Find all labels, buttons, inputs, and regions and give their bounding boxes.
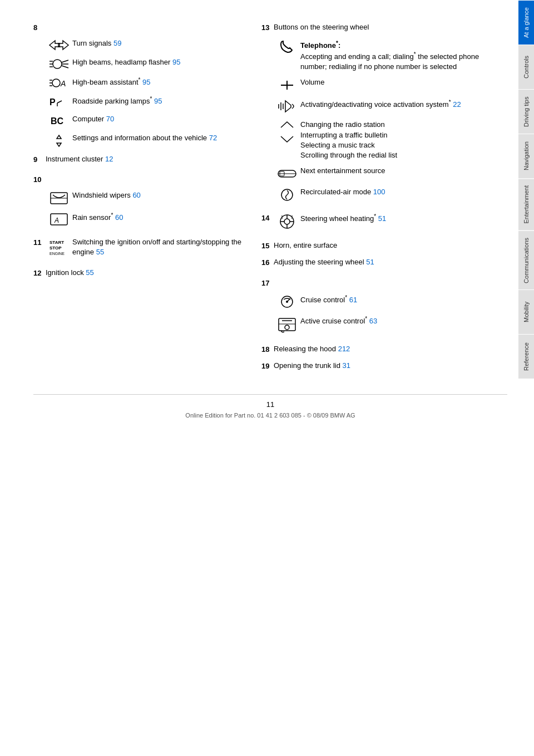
svg-marker-18 [57, 135, 61, 139]
item-13-entertainment: Next entertainment source [274, 166, 507, 181]
voice-activation-icon [274, 99, 300, 114]
item-12: 12 Ignition lock 55 [33, 268, 245, 278]
item-13-voice-activation: Activating/deactivating voice activation… [274, 99, 507, 114]
item-15: 15 Horn, entire surface [261, 240, 507, 251]
item-11-text: Switching the ignition on/off and starti… [72, 237, 245, 257]
item-number-14: 14 [261, 214, 274, 222]
item-13-telephone-text: Telephone*: Accepting and ending a call;… [300, 39, 507, 72]
item-13-heading: Buttons on the steering wheel [274, 22, 507, 32]
item-17-active-cruise: Active cruise control* 63 [274, 315, 507, 334]
item-16-text: Adjusting the steering wheel 51 [274, 257, 507, 267]
item-19-text: Opening the trunk lid 31 [274, 361, 507, 371]
item-8-high-beam-assistant-text: High-beam assistant* 95 [72, 76, 151, 88]
item-13-volume: Volume [274, 77, 507, 93]
parking-lamps-icon: P [46, 95, 72, 109]
item-8-high-beams-text: High beams, headlamp flasher 95 [72, 57, 180, 67]
page-number: 11 [33, 400, 507, 409]
item-17-active-cruise-text: Active cruise control* 63 [300, 315, 377, 327]
item-8-turn-signals-text: Turn signals 59 [72, 38, 121, 48]
item-13-header: 13 Buttons on the steering wheel [261, 22, 507, 32]
item-number-17: 17 [261, 279, 274, 287]
sidebar: At a glance Controls Driving tips Naviga… [518, 0, 534, 756]
item-16: 16 Adjusting the steering wheel 51 [261, 257, 507, 267]
page-footer: 11 Online Edition for Part no. 01 41 2 6… [33, 394, 507, 419]
item-13-entertainment-text: Next entertainment source [300, 166, 385, 176]
item-number-15: 15 [261, 242, 274, 250]
computer-icon: BC [46, 114, 72, 127]
sidebar-tab-communications[interactable]: Communications [518, 230, 534, 290]
active-cruise-control-icon [274, 315, 300, 334]
right-column: 13 Buttons on the steering wheel Telepho… [261, 22, 507, 377]
item-8-parking-lamps: P Roadside parking lamps* 95 [46, 95, 245, 109]
item-17-cruise-control: Cruise control* 61 [274, 294, 507, 310]
item-14: 14 Steeri [261, 213, 507, 230]
windshield-wipers-icon [46, 190, 72, 206]
svg-text:A: A [54, 217, 59, 224]
svg-line-15 [57, 101, 62, 103]
svg-text:BC: BC [51, 116, 64, 126]
radio-station-icon [274, 120, 300, 144]
svg-line-8 [62, 66, 68, 68]
sidebar-tab-at-a-glance[interactable]: At a glance [518, 0, 534, 45]
item-9: 9 Instrument cluster 12 [33, 154, 245, 164]
sidebar-tab-reference[interactable]: Reference [518, 334, 534, 379]
sidebar-tab-driving-tips[interactable]: Driving tips [518, 89, 534, 134]
item-number-13: 13 [261, 23, 274, 32]
item-12-text: Ignition lock 55 [46, 268, 245, 278]
item-8-high-beams: High beams, headlamp flasher 95 [46, 57, 245, 71]
svg-text:P: P [50, 97, 56, 107]
recirculated-air-icon [274, 187, 300, 203]
item-number-12: 12 [33, 269, 46, 277]
item-19: 19 Opening the trunk lid 31 [261, 361, 507, 371]
ignition-icon: START STOP ENGINE [46, 237, 72, 256]
item-number-10: 10 [33, 175, 46, 184]
svg-point-44 [286, 301, 288, 303]
item-number-9: 9 [33, 155, 46, 164]
svg-point-37 [284, 219, 290, 224]
page-container: 8 Turn signals 59 [0, 0, 534, 756]
item-number-8: 8 [33, 23, 46, 32]
item-8-high-beam-assistant: A High-beam assistant* 95 [46, 76, 245, 90]
item-10-rain-sensor-text: Rain sensor* 60 [72, 212, 123, 223]
item-9-text: Instrument cluster 12 [46, 154, 245, 164]
item-10-windshield-wipers-text: Windshield wipers 60 [72, 190, 141, 200]
svg-text:STOP: STOP [50, 246, 62, 251]
item-number-18: 18 [261, 345, 274, 354]
item-13-radio: Changing the radio station Interrupting … [274, 120, 507, 160]
item-13-radio-text: Changing the radio station Interrupting … [300, 120, 397, 160]
svg-point-9 [52, 79, 60, 87]
rain-sensor-icon: A [46, 212, 72, 227]
sidebar-tab-controls[interactable]: Controls [518, 45, 534, 89]
item-18: 18 Releasing the hood 212 [261, 344, 507, 354]
sidebar-tab-entertainment[interactable]: Entertainment [518, 178, 534, 230]
item-10-header: 10 [33, 174, 245, 184]
svg-point-47 [285, 325, 289, 330]
item-18-text: Releasing the hood 212 [274, 344, 507, 354]
svg-marker-19 [57, 143, 61, 146]
steering-wheel-heating-icon [274, 213, 300, 230]
volume-icon [274, 77, 300, 93]
item-13-recirculated-text: Recirculated-air mode 100 [300, 187, 385, 197]
turn-signal-icon [46, 38, 72, 52]
svg-point-2 [53, 60, 62, 68]
item-13-voice-activation-text: Activating/deactivating voice activation… [300, 99, 461, 110]
item-14-text: Steering wheel heating* 51 [300, 213, 507, 224]
item-8-header: 8 [33, 22, 245, 32]
item-10-rain-sensor: A Rain sensor* 60 [46, 212, 245, 227]
footer-text: Online Edition for Part no. 01 41 2 603 … [33, 412, 507, 419]
item-8-settings: Settings and information about the vehic… [46, 133, 245, 149]
item-8-computer: BC Computer 70 [46, 114, 245, 127]
sidebar-tab-navigation[interactable]: Navigation [518, 134, 534, 178]
item-11: 11 START STOP ENGINE Switching the ignit… [33, 237, 245, 257]
item-8-turn-signals: Turn signals 59 [46, 38, 245, 52]
svg-text:ENGINE: ENGINE [50, 252, 65, 256]
sidebar-tab-mobility[interactable]: Mobility [518, 289, 534, 334]
item-17-header: 17 [261, 278, 507, 287]
item-8-computer-text: Computer 70 [72, 114, 114, 124]
item-17-cruise-control-text: Cruise control* 61 [300, 294, 357, 306]
entertainment-icon [274, 166, 300, 181]
item-8-settings-text: Settings and information about the vehic… [72, 133, 217, 143]
svg-line-6 [62, 60, 68, 62]
item-13-recirculated: Recirculated-air mode 100 [274, 187, 507, 203]
item-number-19: 19 [261, 362, 274, 370]
